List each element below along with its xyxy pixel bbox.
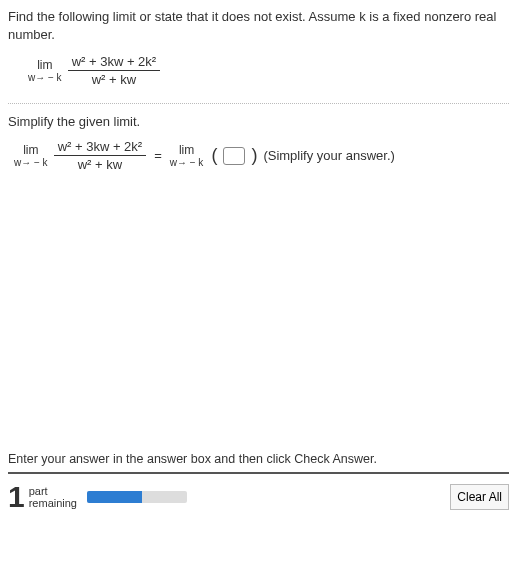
simplify-hint: (Simplify your answer.)	[263, 148, 394, 163]
part-count: 1	[8, 480, 25, 514]
problem-instruction: Find the following limit or state that i…	[8, 8, 509, 44]
remaining-label: remaining	[29, 497, 77, 509]
paren-open: (	[211, 145, 217, 166]
part-label: part	[29, 485, 77, 497]
answer-input[interactable]	[223, 147, 245, 165]
lim-label: lim	[37, 58, 52, 72]
equals-sign: =	[154, 148, 162, 163]
lim-approach: w→ − k	[28, 72, 62, 83]
clear-all-button[interactable]: Clear All	[450, 484, 509, 510]
parts-remaining: 1 part remaining	[8, 480, 77, 514]
progress-bar	[87, 491, 187, 503]
lim-label: lim	[179, 143, 194, 157]
numerator: w² + 3kw + 2k²	[68, 54, 161, 71]
footer-instruction: Enter your answer in the answer box and …	[8, 452, 509, 466]
progress-fill	[87, 491, 142, 503]
fraction-left: w² + 3kw + 2k² w² + kw	[54, 139, 147, 172]
simplify-label: Simplify the given limit.	[8, 114, 509, 129]
equation-row: lim w→ − k w² + 3kw + 2k² w² + kw = lim …	[14, 139, 509, 172]
lim-approach: w→ − k	[170, 157, 204, 168]
lim-approach: w→ − k	[14, 157, 48, 168]
lim-operator: lim w→ − k	[28, 58, 62, 83]
lim-operator-right: lim w→ − k	[170, 143, 204, 168]
separator	[8, 103, 509, 104]
numerator: w² + 3kw + 2k²	[54, 139, 147, 156]
denominator: w² + kw	[88, 71, 140, 87]
lim-operator-left: lim w→ − k	[14, 143, 48, 168]
paren-close: )	[251, 145, 257, 166]
lim-label: lim	[23, 143, 38, 157]
limit-expression-main: lim w→ − k w² + 3kw + 2k² w² + kw	[28, 54, 160, 87]
fraction-main: w² + 3kw + 2k² w² + kw	[68, 54, 161, 87]
footer-bar: 1 part remaining Clear All	[8, 472, 509, 514]
denominator: w² + kw	[74, 156, 126, 172]
